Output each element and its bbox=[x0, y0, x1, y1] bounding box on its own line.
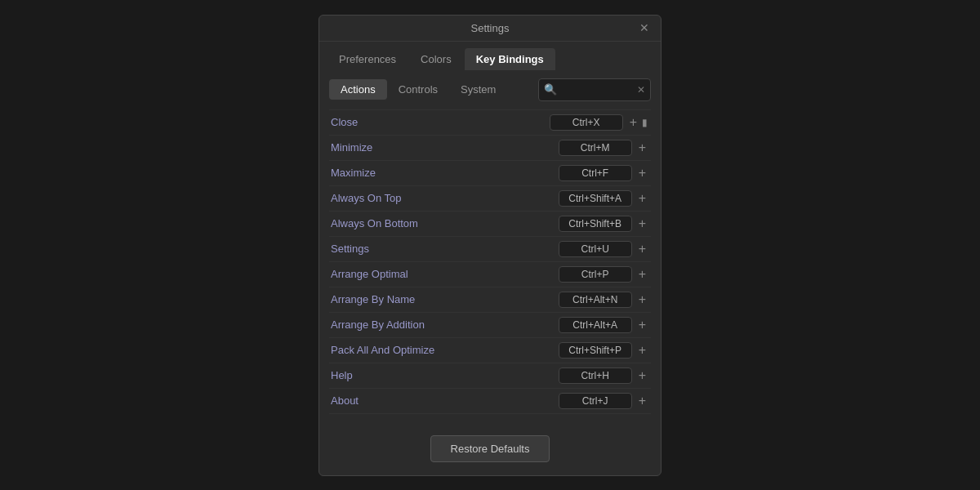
keybind-add-button[interactable]: + bbox=[632, 166, 649, 180]
keybind-shortcut: Ctrl+U bbox=[559, 241, 632, 257]
keybind-add-button[interactable]: + bbox=[632, 343, 649, 358]
subtab-actions[interactable]: Actions bbox=[329, 79, 387, 100]
keybind-label: About bbox=[331, 394, 559, 407]
keybind-add-button[interactable]: + bbox=[632, 216, 649, 231]
table-row: Arrange Optimal Ctrl+P + bbox=[329, 262, 651, 287]
keybind-label: Always On Top bbox=[331, 192, 559, 204]
subtab-system[interactable]: System bbox=[449, 79, 507, 100]
restore-defaults-button[interactable]: Restore Defaults bbox=[430, 435, 550, 462]
keybind-shortcut: Ctrl+H bbox=[559, 368, 632, 384]
keybind-add-button[interactable]: + bbox=[632, 318, 649, 332]
keybind-shortcut: Ctrl+P bbox=[559, 266, 632, 283]
keybind-del-button[interactable]: ▮ bbox=[640, 117, 649, 128]
close-dialog-button[interactable]: ✕ bbox=[636, 20, 653, 35]
tab-preferences[interactable]: Preferences bbox=[327, 48, 408, 70]
table-row: Close Ctrl+X + ▮ bbox=[329, 109, 651, 136]
search-clear-button[interactable]: ✕ bbox=[637, 84, 645, 96]
table-row: Arrange By Name Ctrl+Alt+N + bbox=[329, 287, 651, 313]
keybind-add-button[interactable]: + bbox=[632, 242, 649, 256]
table-row: Always On Top Ctrl+Shift+A + bbox=[329, 186, 651, 212]
footer: Restore Defaults bbox=[319, 422, 661, 475]
keybind-shortcut: Ctrl+Alt+N bbox=[559, 292, 632, 308]
keybind-label: Arrange Optimal bbox=[331, 268, 559, 280]
sub-tabs: Actions Controls System bbox=[329, 79, 507, 100]
keybind-label: Arrange By Addition bbox=[331, 318, 559, 331]
settings-dialog: Settings ✕ Preferences Colors Key Bindin… bbox=[318, 15, 662, 476]
keybind-label: Arrange By Name bbox=[331, 293, 559, 305]
sub-tabs-row: Actions Controls System 🔍 ✕ bbox=[329, 78, 651, 101]
dialog-title: Settings bbox=[471, 22, 510, 34]
table-row: About Ctrl+J + bbox=[329, 389, 651, 414]
keybind-list: Close Ctrl+X + ▮ Minimize Ctrl+M + Maxim… bbox=[329, 109, 651, 414]
keybind-shortcut: Ctrl+F bbox=[559, 165, 632, 181]
keybind-add-button[interactable]: + bbox=[623, 115, 640, 130]
keybind-shortcut: Ctrl+J bbox=[559, 393, 632, 409]
keybind-add-button[interactable]: + bbox=[632, 368, 649, 383]
keybind-label: Always On Bottom bbox=[331, 217, 559, 229]
search-input[interactable] bbox=[560, 84, 634, 96]
table-row: Help Ctrl+H + bbox=[329, 363, 651, 389]
table-row: Maximize Ctrl+F + bbox=[329, 161, 651, 186]
table-row: Minimize Ctrl+M + bbox=[329, 136, 651, 161]
keybind-shortcut: Ctrl+X bbox=[550, 114, 623, 131]
keybind-label: Maximize bbox=[331, 167, 559, 179]
keybind-add-button[interactable]: + bbox=[632, 140, 649, 155]
tab-colors[interactable]: Colors bbox=[409, 48, 463, 70]
keybind-shortcut: Ctrl+Shift+A bbox=[559, 190, 632, 207]
keybind-shortcut: Ctrl+Alt+A bbox=[559, 317, 632, 333]
table-row: Settings Ctrl+U + bbox=[329, 237, 651, 262]
table-row: Arrange By Addition Ctrl+Alt+A + bbox=[329, 313, 651, 338]
keybind-add-button[interactable]: + bbox=[632, 267, 649, 282]
table-row: Pack All And Optimize Ctrl+Shift+P + bbox=[329, 338, 651, 363]
keybind-label: Pack All And Optimize bbox=[331, 344, 559, 356]
search-icon: 🔍 bbox=[544, 83, 557, 96]
keybind-label: Settings bbox=[331, 243, 559, 255]
title-bar: Settings ✕ bbox=[319, 16, 661, 42]
keybind-label: Minimize bbox=[331, 141, 559, 154]
keybind-shortcut: Ctrl+Shift+P bbox=[559, 342, 632, 359]
top-tabs: Preferences Colors Key Bindings bbox=[319, 42, 661, 70]
keybind-add-button[interactable]: + bbox=[632, 191, 649, 206]
keybind-add-button[interactable]: + bbox=[632, 292, 649, 307]
tab-key-bindings[interactable]: Key Bindings bbox=[465, 48, 555, 70]
subtab-controls[interactable]: Controls bbox=[387, 79, 449, 100]
search-box: 🔍 ✕ bbox=[538, 78, 651, 101]
keybind-add-button[interactable]: + bbox=[632, 394, 649, 408]
keybind-label: Close bbox=[331, 116, 550, 128]
keybind-shortcut: Ctrl+M bbox=[559, 140, 632, 156]
content-area: Actions Controls System 🔍 ✕ Close Ctrl+X… bbox=[319, 70, 661, 422]
table-row: Always On Bottom Ctrl+Shift+B + bbox=[329, 212, 651, 237]
keybind-label: Help bbox=[331, 369, 559, 381]
keybind-shortcut: Ctrl+Shift+B bbox=[559, 216, 632, 232]
